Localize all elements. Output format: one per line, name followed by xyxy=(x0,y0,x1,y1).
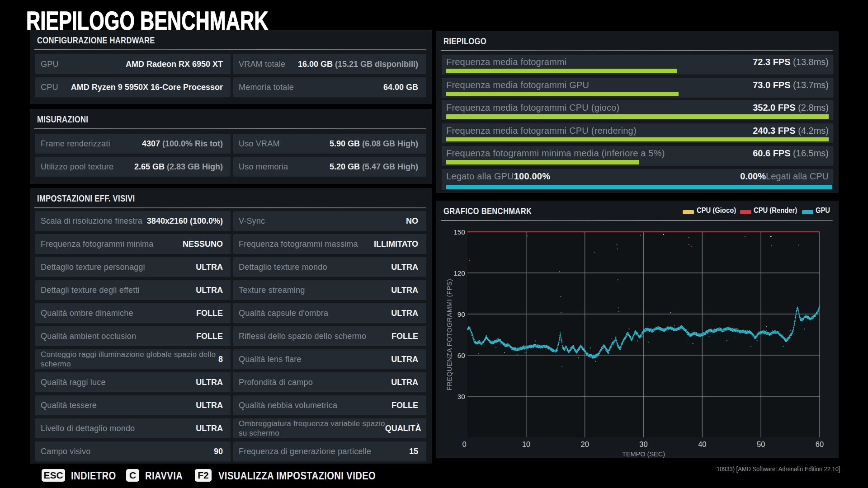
svg-text:40: 40 xyxy=(698,440,706,448)
svg-text:20: 20 xyxy=(580,440,589,448)
svg-text:FREQUENZA FOTOGRAMMI (FPS): FREQUENZA FOTOGRAMMI (FPS) xyxy=(446,279,453,390)
svg-text:50: 50 xyxy=(757,440,765,448)
svg-text:0: 0 xyxy=(462,440,466,448)
svg-text:150: 150 xyxy=(453,228,465,236)
svg-text:60: 60 xyxy=(816,440,824,448)
svg-text:90: 90 xyxy=(458,310,466,318)
svg-text:10: 10 xyxy=(522,440,530,448)
svg-text:120: 120 xyxy=(453,269,465,277)
svg-text:60: 60 xyxy=(458,352,466,359)
svg-text:TEMPO (SEC): TEMPO (SEC) xyxy=(622,450,665,458)
svg-text:30: 30 xyxy=(458,393,466,400)
svg-text:30: 30 xyxy=(639,440,647,448)
